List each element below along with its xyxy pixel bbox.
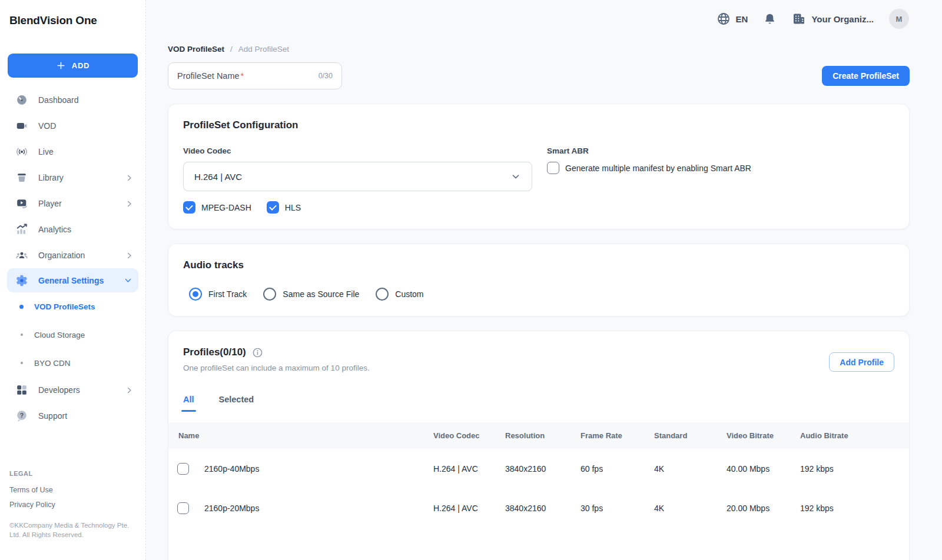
- column-video-bitrate: Video Bitrate: [727, 422, 800, 449]
- organization-icon: [792, 12, 806, 26]
- sidebar-nav: Dashboard VOD Live Library: [0, 87, 145, 429]
- sidebar-item-vod[interactable]: VOD: [0, 113, 145, 139]
- privacy-policy-link[interactable]: Privacy Policy: [9, 501, 136, 509]
- sidebar-item-cloud-storage[interactable]: Cloud Storage: [0, 321, 145, 349]
- sidebar-item-byo-cdn[interactable]: BYO CDN: [0, 349, 145, 377]
- profiles-card: Profiles(0/10) One profileSet can includ…: [168, 331, 910, 560]
- plus-icon: [56, 61, 66, 71]
- column-frame-rate: Frame Rate: [581, 422, 654, 449]
- smart-abr-checkbox[interactable]: Generate multiple manifest by enabling S…: [547, 162, 751, 174]
- sidebar-item-player[interactable]: Player: [0, 191, 145, 216]
- video-codec-column: Video Codec H.264 | AVC MPEG-DASH: [183, 146, 532, 214]
- avatar[interactable]: M: [889, 9, 909, 29]
- row-checkbox[interactable]: [177, 463, 189, 475]
- profiles-subtitle: One profileSet can include a maximum of …: [183, 364, 370, 372]
- breadcrumb-vod-profileset[interactable]: VOD ProfileSet: [168, 45, 224, 54]
- organization-name: Your Organiz...: [811, 14, 874, 24]
- main-area: EN Your Organiz... M VOD ProfileSet / Ad…: [146, 0, 942, 560]
- char-counter: 0/30: [319, 72, 333, 80]
- profile-frame-rate: 60 fps: [581, 449, 654, 488]
- column-resolution: Resolution: [505, 422, 581, 449]
- player-icon: [15, 197, 28, 210]
- profile-name: 2160p-20Mbps: [204, 504, 259, 513]
- tab-selected[interactable]: Selected: [219, 395, 254, 412]
- organization-selector[interactable]: Your Organiz...: [792, 12, 874, 26]
- profiles-table: Name Video Codec Resolution Frame Rate S…: [168, 422, 909, 528]
- radio-same-as-source[interactable]: Same as Source File: [263, 288, 359, 301]
- sidebar-item-general-settings[interactable]: General Settings: [7, 268, 138, 292]
- organization-icon: [15, 249, 28, 262]
- radio-unselected-icon: [263, 288, 276, 301]
- legal-section: LEGAL Terms of Use Privacy Policy ©KKCom…: [0, 470, 145, 560]
- breadcrumb-add-profileset: Add ProfileSet: [238, 45, 289, 54]
- profile-video-bitrate: 20.00 Mbps: [727, 488, 800, 528]
- notifications-button[interactable]: [763, 12, 777, 26]
- page-content: VOD ProfileSet / Add ProfileSet ProfileS…: [146, 38, 942, 560]
- chevron-down-icon: [510, 171, 521, 182]
- library-icon: [15, 171, 28, 184]
- radio-custom[interactable]: Custom: [376, 288, 423, 301]
- dashboard-icon: [15, 94, 28, 106]
- language-label: EN: [736, 14, 748, 24]
- smart-abr-column: Smart ABR Generate multiple manifest by …: [547, 146, 751, 214]
- language-selector[interactable]: EN: [717, 12, 748, 26]
- profile-resolution: 3840x2160: [505, 488, 581, 528]
- smart-abr-label: Smart ABR: [547, 146, 751, 155]
- profileset-name-placeholder: ProfileSet Name*: [177, 71, 244, 81]
- mpeg-dash-checkbox[interactable]: MPEG-DASH: [183, 201, 251, 214]
- sidebar-item-support[interactable]: ? Support: [0, 403, 145, 429]
- bell-icon: [763, 12, 777, 26]
- chevron-right-icon: [125, 174, 134, 182]
- profile-name: 2160p-40Mbps: [204, 464, 259, 474]
- audio-tracks-card: Audio tracks First Track Same as Source …: [168, 244, 910, 316]
- video-codec-select[interactable]: H.264 | AVC: [183, 162, 532, 191]
- svg-text:?: ?: [20, 412, 24, 419]
- topbar: EN Your Organiz... M: [146, 0, 942, 38]
- add-profile-button[interactable]: Add Profile: [829, 352, 894, 372]
- analytics-icon: [15, 223, 28, 236]
- sidebar-item-dashboard[interactable]: Dashboard: [0, 87, 145, 113]
- sidebar-item-developers[interactable]: Developers: [0, 377, 145, 403]
- profiles-heading-block: Profiles(0/10) One profileSet can includ…: [183, 346, 370, 372]
- copyright-text: ©KKCompany Media & Technology Pte. Ltd. …: [9, 521, 134, 540]
- profileset-name-input[interactable]: ProfileSet Name* 0/30: [168, 62, 342, 89]
- radio-first-track[interactable]: First Track: [189, 288, 247, 301]
- audio-tracks-title: Audio tracks: [183, 259, 894, 271]
- breadcrumb: VOD ProfileSet / Add ProfileSet: [168, 45, 910, 54]
- create-profileset-button[interactable]: Create ProfileSet: [822, 66, 910, 86]
- row-checkbox[interactable]: [177, 502, 189, 514]
- checkbox-checked-icon: [267, 201, 279, 214]
- chevron-down-icon: [124, 276, 132, 285]
- sidebar: BlendVision One ADD Dashboard VOD Live: [0, 0, 146, 560]
- table-row: 2160p-20Mbps H.264 | AVC 3840x2160 30 fp…: [168, 488, 909, 528]
- sidebar-item-organization[interactable]: Organization: [0, 242, 145, 268]
- sidebar-item-analytics[interactable]: Analytics: [0, 216, 145, 242]
- app-logo: BlendVision One: [0, 0, 145, 27]
- sidebar-item-vod-profilesets[interactable]: VOD ProfileSets: [0, 292, 145, 321]
- add-button[interactable]: ADD: [8, 54, 138, 78]
- terms-of-use-link[interactable]: Terms of Use: [9, 486, 136, 494]
- live-icon: [15, 145, 28, 158]
- vod-icon: [15, 119, 28, 132]
- video-codec-label: Video Codec: [183, 146, 532, 155]
- profiles-title: Profiles(0/10): [183, 346, 246, 358]
- dot-icon: [21, 334, 23, 336]
- radio-unselected-icon: [376, 288, 389, 301]
- chevron-right-icon: [125, 199, 134, 208]
- sidebar-item-library[interactable]: Library: [0, 165, 145, 191]
- active-dot-icon: [19, 305, 24, 309]
- required-asterisk: *: [241, 71, 244, 81]
- radio-selected-icon: [189, 288, 202, 301]
- profile-video-codec: H.264 | AVC: [433, 488, 505, 528]
- table-header-row: Name Video Codec Resolution Frame Rate S…: [168, 422, 909, 449]
- hls-checkbox[interactable]: HLS: [267, 201, 301, 214]
- profiles-tabs: All Selected: [168, 395, 909, 412]
- sidebar-item-live[interactable]: Live: [0, 139, 145, 165]
- info-icon[interactable]: [252, 347, 263, 358]
- dot-icon: [21, 362, 23, 364]
- tab-all[interactable]: All: [183, 395, 194, 412]
- checkbox-checked-icon: [183, 201, 195, 214]
- add-button-label: ADD: [72, 61, 89, 70]
- column-audio-bitrate: Audio Bitrate: [800, 422, 909, 449]
- globe-icon: [717, 12, 731, 26]
